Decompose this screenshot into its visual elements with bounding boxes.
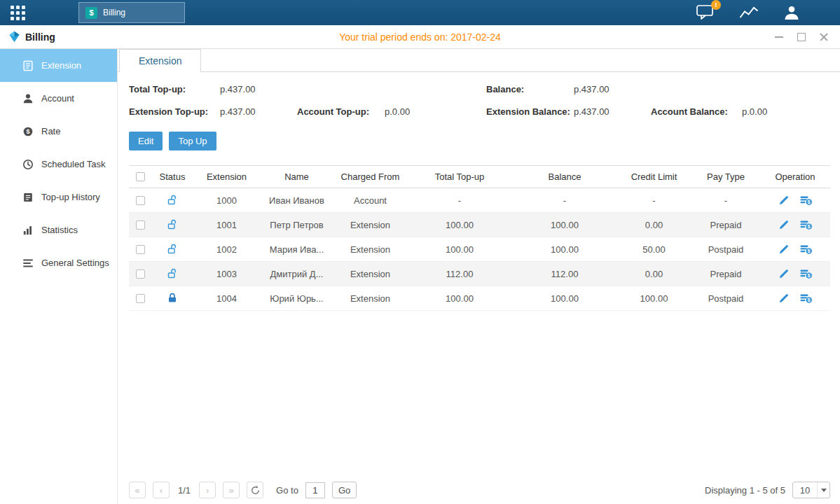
sidebar-item-label: Account bbox=[41, 93, 74, 104]
balance-label: Balance: bbox=[486, 84, 524, 94]
table-row: 1003 Дмитрий Д... Extension 112.00 112.0… bbox=[129, 262, 830, 286]
header-total-topup: Total Top-up bbox=[407, 172, 512, 182]
apps-grid-icon[interactable] bbox=[11, 6, 25, 20]
first-page-button[interactable]: « bbox=[129, 482, 146, 498]
sidebar-item-account[interactable]: Account bbox=[0, 82, 117, 115]
unlocked-padlock-icon[interactable] bbox=[167, 195, 178, 206]
next-page-button[interactable]: › bbox=[199, 482, 216, 498]
extension-name: Мария Ива... bbox=[260, 244, 333, 255]
pay-type-cell: - bbox=[691, 195, 761, 206]
table-row: 1000 Иван Иванов Account - - - - $ bbox=[129, 188, 830, 213]
prev-page-button[interactable]: ‹ bbox=[153, 482, 170, 498]
chevron-down-icon bbox=[817, 482, 829, 498]
topup-coins-icon[interactable]: $ bbox=[800, 220, 813, 230]
account-balance-value: p.0.00 bbox=[742, 106, 767, 117]
extension-table-body: 1000 Иван Иванов Account - - - - $ 1001 … bbox=[129, 188, 830, 311]
header-extension: Extension bbox=[193, 172, 260, 182]
charged-from-value: Account bbox=[333, 195, 407, 206]
edit-pencil-icon[interactable] bbox=[778, 293, 789, 304]
extension-name: Юрий Юрь... bbox=[260, 293, 333, 304]
extension-number: 1001 bbox=[193, 220, 260, 230]
unlocked-padlock-icon[interactable] bbox=[167, 244, 178, 255]
sidebar-item-scheduled-task[interactable]: Scheduled Task bbox=[0, 148, 117, 181]
billing-app-window: $ Billing ! Billing Your trial period en… bbox=[0, 0, 840, 504]
charged-from-value: Extension bbox=[333, 244, 407, 255]
sidebar-item-label: Extension bbox=[41, 60, 81, 71]
edit-pencil-icon[interactable] bbox=[778, 220, 789, 230]
header-balance: Balance bbox=[512, 172, 617, 182]
extension-table: Status Extension Name Charged From Total… bbox=[129, 165, 830, 311]
last-page-button[interactable]: » bbox=[223, 482, 240, 498]
header-charged-from: Charged From bbox=[333, 172, 407, 182]
sidebar-item-label: Statistics bbox=[41, 225, 78, 235]
page-indicator: 1/1 bbox=[177, 485, 192, 496]
sidebar-item-statistics[interactable]: Statistics bbox=[0, 214, 117, 246]
messages-icon[interactable]: ! bbox=[696, 5, 715, 20]
extension-icon bbox=[22, 60, 34, 71]
refresh-icon[interactable] bbox=[247, 482, 263, 498]
sidebar-item-extension[interactable]: Extension bbox=[0, 49, 117, 82]
tab-extension[interactable]: Extension bbox=[119, 49, 201, 72]
topbar-tab-billing[interactable]: $ Billing bbox=[78, 2, 185, 23]
statistics-icon bbox=[22, 225, 34, 236]
close-icon[interactable] bbox=[819, 32, 829, 42]
top-up-button[interactable]: Top Up bbox=[169, 132, 216, 150]
row-checkbox[interactable] bbox=[136, 220, 145, 230]
header-pay-type: Pay Type bbox=[691, 172, 761, 182]
table-row: 1004 Юрий Юрь... Extension 100.00 100.00… bbox=[129, 286, 830, 311]
credit-limit-cell: 50.00 bbox=[617, 244, 691, 255]
locked-padlock-icon[interactable] bbox=[167, 293, 178, 304]
topup-coins-icon[interactable]: $ bbox=[800, 293, 813, 304]
pay-type-cell: Postpaid bbox=[691, 244, 761, 255]
window-controls bbox=[774, 32, 840, 42]
window-titlebar: Billing Your trial period ends on: 2017-… bbox=[0, 25, 840, 49]
goto-page-input[interactable] bbox=[305, 482, 325, 498]
extension-number: 1002 bbox=[193, 244, 260, 255]
os-topbar: $ Billing ! bbox=[0, 0, 840, 25]
account-topup-label: Account Top-up: bbox=[297, 106, 369, 117]
edit-pencil-icon[interactable] bbox=[778, 269, 789, 279]
sidebar-item-rate[interactable]: $ Rate bbox=[0, 115, 117, 148]
user-icon[interactable] bbox=[783, 5, 800, 20]
row-checkbox[interactable] bbox=[136, 294, 145, 303]
topup-coins-icon[interactable]: $ bbox=[800, 195, 813, 206]
row-checkbox[interactable] bbox=[136, 270, 145, 279]
row-checkbox[interactable] bbox=[136, 245, 145, 254]
unlocked-padlock-icon[interactable] bbox=[167, 268, 178, 279]
line-chart-icon[interactable] bbox=[739, 6, 759, 20]
edit-pencil-icon[interactable] bbox=[778, 195, 789, 206]
credit-limit-cell: - bbox=[617, 195, 691, 206]
main-content: Extension Total Top-up: p.437.00 Balance… bbox=[118, 49, 840, 504]
topbar-tab-label: Billing bbox=[103, 8, 125, 18]
balance-cell: - bbox=[512, 195, 617, 206]
sidebar-item-general-settings[interactable]: General Settings bbox=[0, 246, 117, 279]
minimize-icon[interactable] bbox=[774, 32, 784, 42]
topup-coins-icon[interactable]: $ bbox=[800, 244, 813, 255]
sidebar-item-label: Rate bbox=[41, 126, 60, 136]
maximize-icon[interactable] bbox=[797, 32, 806, 42]
sidebar-item-topup-history[interactable]: Top-up History bbox=[0, 181, 117, 214]
table-row: 1001 Петр Петров Extension 100.00 100.00… bbox=[129, 213, 830, 237]
notification-badge: ! bbox=[711, 0, 721, 10]
edit-button[interactable]: Edit bbox=[129, 132, 163, 150]
select-all-checkbox[interactable] bbox=[136, 172, 145, 181]
sidebar: Extension Account $ Rate Scheduled Task bbox=[0, 49, 118, 504]
row-checkbox[interactable] bbox=[136, 196, 145, 205]
account-icon bbox=[22, 93, 34, 104]
extension-number: 1000 bbox=[193, 195, 260, 206]
page-size-value: 10 bbox=[793, 485, 817, 496]
total-topup-cell: 100.00 bbox=[407, 293, 512, 304]
credit-limit-cell: 0.00 bbox=[617, 220, 691, 230]
action-buttons: Edit Top Up bbox=[118, 132, 840, 150]
billing-diamond-icon bbox=[8, 31, 20, 43]
balance-value: p.437.00 bbox=[574, 84, 610, 94]
total-topup-cell: 112.00 bbox=[407, 269, 512, 279]
unlocked-padlock-icon[interactable] bbox=[167, 219, 178, 230]
page-size-select[interactable]: 10 bbox=[792, 482, 830, 498]
credit-limit-cell: 0.00 bbox=[617, 269, 691, 279]
edit-pencil-icon[interactable] bbox=[778, 244, 789, 255]
go-button[interactable]: Go bbox=[332, 482, 357, 498]
sidebar-item-label: General Settings bbox=[41, 258, 109, 268]
table-row: 1002 Мария Ива... Extension 100.00 100.0… bbox=[129, 237, 830, 262]
topup-coins-icon[interactable]: $ bbox=[800, 269, 813, 279]
